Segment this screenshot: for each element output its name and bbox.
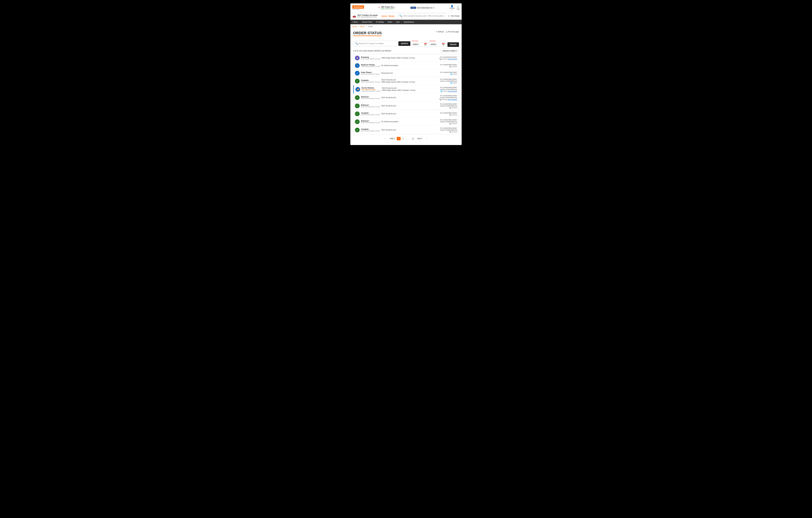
order-method-link: 📞 Phoned View Estimate <box>434 58 457 60</box>
cart-icon: 🛒 <box>457 5 460 8</box>
vehicle-info: 2017 Cadillac Escalade VIN: 19UUA566511H… <box>357 14 380 18</box>
order-vehicle: 2023 Honda Accord <box>381 105 432 107</box>
table-row[interactable]: 🚚 Out for Delivery ETA 09/28/22 9:32 AM … <box>353 85 459 94</box>
main-content: ORDER STATUS ↻ Refresh 🖨 Print this page… <box>350 29 462 145</box>
start-date-calendar-icon[interactable]: 📅 <box>424 43 427 46</box>
main-search-input[interactable] <box>403 15 444 17</box>
order-method: 🌐 Online <box>434 82 457 84</box>
invoice-number: Invoice 12345678901234 <box>434 80 457 82</box>
order-search-field[interactable]: 🔍 <box>353 41 397 47</box>
order-method: 📞 Phoned <box>434 123 457 124</box>
order-po: PO 12345678901234567 Invoice 12345678901… <box>434 103 457 109</box>
nav-deals[interactable]: Deals <box>386 20 394 24</box>
update-button[interactable]: UPDATE <box>447 42 459 47</box>
page-12-button[interactable]: 12 <box>411 137 415 140</box>
nav-jobs[interactable]: Jobs <box>394 20 402 24</box>
start-date-input-wrap[interactable]: 📅 <box>412 42 428 47</box>
main-search-field[interactable]: 🔍 <box>397 13 446 19</box>
online-icon: 🌐 <box>451 82 452 84</box>
location-area[interactable]: 📍 1081 Poplar Ave Open Until 9:00PM ▾ <box>378 6 395 9</box>
search-button[interactable]: SEARCH <box>399 41 410 46</box>
phoned-icon: 📞 <box>450 107 451 109</box>
po-number: PO 12345678901234567 <box>434 112 457 114</box>
location-pin-icon: 📍 <box>378 7 380 9</box>
order-method: 🌐 Online <box>434 74 457 75</box>
order-date-eta: ETA 09/28/22 9:32 AM <box>361 89 380 90</box>
account-icon: 👤 <box>451 5 453 7</box>
table-row[interactable]: ⏳ Preparing Order Placed 08/28/22 9:32 A… <box>353 54 459 62</box>
nav-ecatalog[interactable]: E-Catalog <box>374 20 386 24</box>
order-vehicle: 2023 Honda Accord 1989 Dodge Stratus 2WD… <box>382 87 432 92</box>
print-button[interactable]: 🖨 Print this page <box>446 31 459 33</box>
po-number: PO 12345678901234567 <box>434 127 457 129</box>
order-search-bar: 🔍 SEARCH Start Date * 📅 End Date * 📅 <box>353 40 459 47</box>
interchange-link[interactable]: Interchange <box>451 15 460 17</box>
nav-specifications[interactable]: Specifications <box>402 20 416 24</box>
account-label: Account <box>449 7 455 9</box>
account-button[interactable]: 👤 Account ▾ <box>449 5 455 11</box>
sonic-area[interactable]: Sonic Sonic Automotive Inc ▾ <box>409 6 435 9</box>
phoned-icon: 📞 <box>440 98 441 100</box>
table-row[interactable]: ✓ Complete Order Placed 08/28/22 9:32 AM… <box>353 77 459 85</box>
vehicle-line-1: No Vehicle Association <box>381 121 432 123</box>
order-method-link: 📞 Phoned View Estimate <box>434 98 457 100</box>
page-2-button[interactable]: 2 <box>401 137 405 140</box>
table-row[interactable]: ✓ Order Placed Order Placed 08/28/22 9:3… <box>353 69 459 77</box>
table-row[interactable]: ✓ Complete Order Placed 09/28/22 9:32 AM… <box>353 110 459 118</box>
page-1-button[interactable]: 1 <box>397 137 401 140</box>
order-status-info: Delivered Order Placed 09/28/22 9:32 AM <box>361 120 380 123</box>
change-vehicle-link[interactable]: Change <box>381 15 387 17</box>
order-status-name: Order Placed <box>361 71 380 74</box>
pagination-dots: ... <box>406 137 410 140</box>
method-label: Phoned <box>452 107 457 109</box>
status-icon-out-for-delivery: 🚚 <box>355 87 360 92</box>
order-vehicle: 2023 Honda Accord <box>381 96 432 99</box>
phoned-icon: 📞 <box>450 66 451 67</box>
po-number: PO 12345678901234567 <box>434 87 457 88</box>
manage-vehicle-link[interactable]: Manage <box>388 15 395 17</box>
order-vehicle: 1989 Dodge Stratus 2WD 6 Cylinder 3.6 En… <box>381 57 432 59</box>
next-button[interactable]: NEXT → <box>416 137 429 140</box>
refresh-icon: ↻ <box>436 31 437 33</box>
sort-dropdown[interactable]: Newest to Oldest ▾ <box>441 49 459 53</box>
view-estimate-link[interactable]: View Estimate <box>447 98 457 100</box>
order-status-name: Complete <box>361 80 380 81</box>
status-icon-delivered: ✓ <box>355 95 359 100</box>
order-po: PO 12345678901234567 Invoice 12345678901… <box>434 78 457 84</box>
nav-browse-parts[interactable]: Browse Parts <box>360 20 374 24</box>
phoned-icon: 📞 <box>450 123 451 124</box>
order-status-info: Ready for Pickup Order Placed 09/26/22 9… <box>361 64 380 67</box>
vehicle-line-1: 2023 Honda Accord <box>382 87 432 89</box>
method-label: Phoned <box>452 66 457 67</box>
order-vehicle: No Vehicle Association <box>381 121 432 123</box>
method-label: Online <box>443 90 447 92</box>
sonic-company-name: Sonic Automotive Inc <box>417 7 432 9</box>
cart-button[interactable]: 🛒 Cart <box>457 5 460 10</box>
end-date-calendar-icon[interactable]: 📅 <box>442 43 445 46</box>
breadcrumb-todo-1[interactable]: TODO <box>359 26 365 28</box>
table-row[interactable]: ✓ Delivered Order Placed 09/28/22 9:32 A… <box>353 102 459 110</box>
vehicle-actions: Change Manage <box>381 15 395 17</box>
table-row[interactable]: ✓ Delivered Order Placed 09/28/22 9:32 A… <box>353 118 459 126</box>
table-row[interactable]: 🚶 Ready for Pickup Order Placed 09/26/22… <box>353 62 459 69</box>
sonic-chevron-icon: ▾ <box>433 7 434 9</box>
table-row[interactable]: ✓ Delivered Order Placed 09/28/22 9:32 A… <box>353 94 459 102</box>
order-status-info: Complete Order Placed 09/28/22 9:32 AM <box>361 112 380 115</box>
order-method: 📞 Phoned <box>434 66 457 67</box>
breadcrumb-home[interactable]: Home <box>352 26 357 28</box>
pagination: ← PREV 1 2 ... 12 NEXT → <box>353 134 459 143</box>
order-status-name: Complete <box>361 128 380 130</box>
end-date-input[interactable] <box>431 44 441 45</box>
refresh-button[interactable]: ↻ Refresh <box>436 31 444 33</box>
start-date-input[interactable] <box>413 44 423 45</box>
nav-menu[interactable]: ≡ Menu <box>350 20 360 24</box>
view-estimate-link[interactable]: View Estimate <box>447 58 457 60</box>
view-estimate-link[interactable]: View Estimate <box>447 90 457 92</box>
vehicle-line-1: Nicknamed Car <box>381 72 432 74</box>
end-date-input-wrap[interactable]: 📅 <box>430 42 446 47</box>
prev-button[interactable]: ← PREV <box>383 137 396 140</box>
order-search-input[interactable] <box>358 42 395 45</box>
start-date-label-text: Start Date <box>412 40 418 42</box>
status-icon-delivered: ✓ <box>355 119 359 124</box>
table-row[interactable]: ✓ Complete Order Placed 09/28/22 9:32 AM… <box>353 126 459 134</box>
